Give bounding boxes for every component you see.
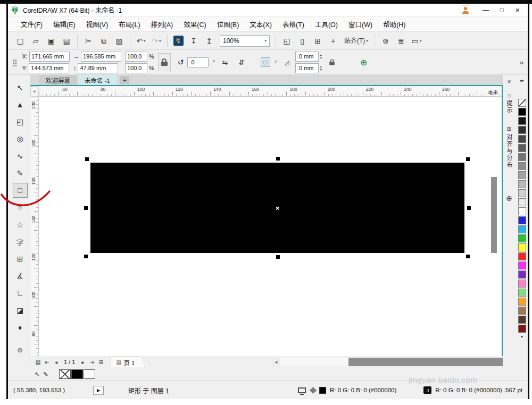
palette-swatch-18[interactable] (518, 261, 526, 269)
palette-swatch-14[interactable] (518, 225, 526, 233)
toolbox-add-button[interactable]: ⊕ (13, 343, 28, 357)
menu-arrange[interactable]: 排列(A) (146, 16, 179, 32)
edit-corners-together-button[interactable] (327, 55, 337, 69)
palette-swatch-5[interactable] (518, 144, 526, 152)
connector-tool[interactable]: ∟ (13, 286, 28, 300)
crop-tool[interactable]: ◰ (13, 114, 28, 129)
palette-swatch-7[interactable] (518, 162, 526, 170)
palette-swatch-12[interactable] (518, 207, 526, 215)
zoom-tool[interactable]: ◎ (13, 132, 28, 146)
export-button[interactable]: ↥ (202, 34, 216, 48)
palette-expand-icon[interactable]: ▸▸ (520, 78, 523, 83)
menu-edit[interactable]: 编辑(E) (48, 16, 81, 32)
quick-customize-button[interactable]: ⊕ (506, 194, 512, 203)
snap-settings-button[interactable]: + (326, 34, 340, 48)
status-detail-button[interactable]: ▶ (93, 386, 104, 395)
first-page-button[interactable]: ⇤ (43, 359, 52, 365)
palette-swatch-6[interactable] (518, 153, 526, 161)
application-launcher-button[interactable]: ≣ (394, 34, 408, 48)
new-tab-button[interactable]: + (120, 76, 129, 84)
print-button[interactable]: ▤ (60, 34, 73, 48)
palette-swatch-23[interactable] (518, 307, 526, 315)
scroll-left-button[interactable]: ◂ (272, 358, 280, 366)
palette-swatch-19[interactable] (518, 271, 526, 279)
palette-swatch-17[interactable] (518, 252, 526, 260)
menu-file[interactable]: 文件(F) (15, 16, 48, 32)
height-input[interactable] (78, 63, 118, 73)
drop-shadow-tool[interactable]: ◪ (13, 303, 28, 317)
vertical-scrollbar-thumb[interactable] (491, 177, 497, 253)
canvas[interactable]: × (39, 97, 503, 356)
menu-view[interactable]: 视图(V) (81, 16, 114, 32)
palette-swatch-21[interactable] (518, 289, 526, 297)
shape-tool[interactable]: ▲ (13, 97, 28, 112)
quick-add-button[interactable]: ⊕ (360, 57, 367, 68)
palette-swatch-0[interactable] (518, 99, 526, 107)
zoom-level-select[interactable]: 100%▾ (220, 35, 270, 47)
y-position-input[interactable] (29, 63, 69, 73)
rectangle-tool[interactable]: □ (13, 183, 28, 197)
fill-color-swatch[interactable] (319, 387, 326, 394)
new-document-button[interactable]: ▢ (13, 34, 27, 48)
search-content-button[interactable]: ↯ (171, 34, 185, 48)
selection-handle-n[interactable] (276, 157, 280, 161)
corner-radius-2-input[interactable] (295, 63, 319, 73)
horizontal-scrollbar-track[interactable] (280, 358, 503, 366)
show-grid-button[interactable]: ⊞ (311, 34, 325, 48)
horizontal-scrollbar[interactable]: ◂ (272, 358, 503, 366)
menu-tools[interactable]: 工具(O) (310, 16, 343, 32)
menu-help[interactable]: 帮助(H) (378, 16, 411, 32)
selection-handle-w[interactable] (84, 206, 88, 210)
palette-swatch-3[interactable] (518, 126, 526, 134)
copy-button[interactable]: ⧉ (97, 34, 111, 48)
selection-handle-nw[interactable] (85, 157, 89, 161)
ruler-origin[interactable]: + (30, 86, 39, 97)
close-button[interactable]: × (510, 5, 526, 15)
selection-handle-sw[interactable] (84, 255, 88, 258)
drawn-rectangle[interactable]: × (90, 163, 464, 253)
cut-button[interactable]: ✂ (81, 34, 95, 48)
show-rulers-button[interactable]: ▯ (295, 34, 309, 48)
lock-ratio-button[interactable] (158, 53, 171, 71)
docker-tab-align-distribute[interactable]: ⊞ 对齐与分布 (505, 125, 513, 168)
menu-table[interactable]: 表格(T) (277, 16, 310, 32)
corner-radius-2-spinner[interactable]: ▴▾ (320, 65, 322, 71)
no-color-swatch[interactable] (59, 369, 71, 379)
ellipse-tool[interactable]: ○ (13, 200, 28, 215)
menu-text[interactable]: 文本(X) (244, 16, 277, 32)
black-color-swatch[interactable] (71, 369, 83, 379)
fullscreen-preview-button[interactable]: ◱ (280, 34, 294, 48)
add-page-button[interactable]: ⊞ (96, 359, 105, 365)
menu-layout[interactable]: 布局(L) (113, 16, 145, 32)
page-flyout-button[interactable]: ▤ (34, 359, 43, 365)
minimize-button[interactable]: — (478, 5, 494, 15)
palette-swatch-22[interactable] (518, 298, 526, 306)
x-position-input[interactable] (29, 52, 70, 62)
text-tool[interactable]: 字 (13, 234, 28, 249)
table-tool[interactable]: ⊞ (13, 251, 28, 266)
freehand-tool[interactable]: ∿ (13, 149, 28, 163)
palette-swatch-1[interactable] (518, 108, 526, 116)
color-eyedropper-tool[interactable]: ♦ (13, 320, 28, 334)
tab-welcome-screen[interactable]: 欢迎屏幕 (39, 75, 77, 85)
previous-page-button[interactable]: ◂ (52, 359, 61, 365)
round-corner-button[interactable]: □ (261, 57, 270, 67)
palette-swatch-11[interactable] (518, 198, 526, 206)
palette-scroll-down-icon[interactable]: ▾ (521, 334, 523, 339)
spin-down-icon[interactable]: ▾ (320, 68, 322, 71)
selection-handle-se[interactable] (466, 255, 470, 258)
palette-swatch-15[interactable] (518, 234, 526, 242)
palette-swatch-25[interactable] (518, 325, 526, 333)
tab-untitled-1[interactable]: 未命名 -1 (78, 75, 117, 85)
corner-radius-1-input[interactable] (295, 52, 319, 62)
snap-to-dropdown[interactable]: 贴齐(T)▾ (342, 34, 371, 48)
horizontal-scrollbar-thumb[interactable] (348, 358, 503, 366)
spin-down-icon[interactable]: ▾ (320, 56, 322, 60)
zoom-level-select-arrow-icon[interactable]: ▾ (264, 39, 267, 43)
palette-swatch-4[interactable] (518, 135, 526, 143)
palette-swatch-8[interactable] (518, 171, 526, 179)
scale-x-input[interactable] (125, 52, 147, 62)
docker-close-icon[interactable]: × (507, 78, 511, 86)
import-button[interactable]: ↧ (187, 34, 201, 48)
polygon-tool[interactable]: ☆ (13, 217, 28, 232)
